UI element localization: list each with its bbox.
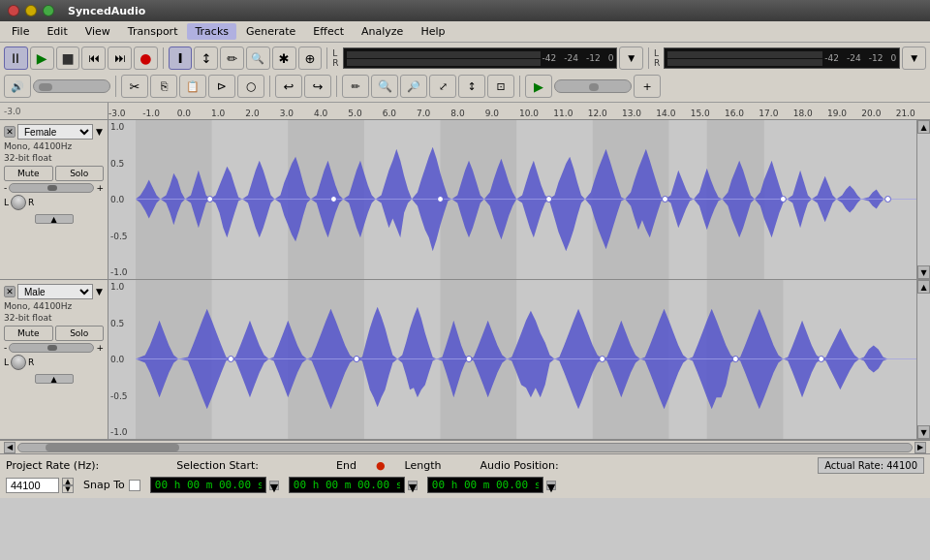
time-position-input[interactable] <box>427 477 543 493</box>
track-name-male[interactable]: Male <box>17 284 93 299</box>
redo-button[interactable]: ↪ <box>304 75 331 98</box>
menu-transport[interactable]: Transport <box>120 23 186 40</box>
rate-up[interactable]: ▲ <box>62 478 74 485</box>
menu-analyze[interactable]: Analyze <box>354 23 411 40</box>
time-position-dropdown[interactable]: ▼ <box>546 481 556 490</box>
vscroll-up-female[interactable]: ▲ <box>917 120 930 134</box>
cut-button[interactable]: ✂ <box>121 75 148 98</box>
skip-fwd-button[interactable]: ⏭ <box>108 47 132 70</box>
toolbar-area: ⏸ ▶ ■ ⏮ ⏭ ● I ↕ ✏ 🔍 ✱ ⊕ L R -42 <box>0 43 930 103</box>
mute-button-female[interactable]: Mute <box>4 166 53 181</box>
maximize-button[interactable] <box>43 5 54 16</box>
record-button[interactable]: ● <box>134 47 158 70</box>
time-end-dropdown[interactable]: ▼ <box>408 481 418 490</box>
menu-edit[interactable]: Edit <box>39 23 75 40</box>
track-controls-female: ✕ Female ▼ Mono, 44100Hz 32-bit float Mu… <box>0 120 108 279</box>
zoom-selection-button[interactable]: ⊡ <box>487 75 514 98</box>
track-close-female[interactable]: ✕ <box>4 126 16 138</box>
pan-knob-male[interactable] <box>11 355 26 370</box>
menu-effect[interactable]: Effect <box>305 23 352 40</box>
envelope-tool[interactable]: ↕ <box>194 47 218 70</box>
multi-tool[interactable]: ⊕ <box>298 47 323 70</box>
snap-checkbox[interactable] <box>129 480 140 491</box>
vscroll-down-female[interactable]: ▼ <box>917 265 930 279</box>
vu-dropdown-playback[interactable]: ▼ <box>619 47 643 70</box>
menu-help[interactable]: Help <box>413 23 452 40</box>
gain-plus-male[interactable]: + <box>96 343 104 353</box>
cursor-tool[interactable]: I <box>169 47 193 70</box>
horizontal-scrollbar[interactable]: ◀ ▶ <box>0 440 930 453</box>
track-row-male: ✕ Male ▼ Mono, 44100Hz 32-bit float Mute… <box>0 280 930 440</box>
project-rate-input[interactable]: 44100 <box>6 478 59 493</box>
playback-speed-slider[interactable] <box>554 79 632 93</box>
ruler-tick-2: 0.0 <box>177 109 191 118</box>
play-at-speed-button[interactable]: ▶ <box>525 75 552 98</box>
track-name-female[interactable]: Female <box>17 124 93 140</box>
track-menu-female[interactable]: ▼ <box>95 126 104 138</box>
ruler-tick-9: 7.0 <box>417 109 430 118</box>
fit-vertically-button[interactable]: ↕ <box>458 75 485 98</box>
silence-button[interactable]: ○ <box>237 75 264 98</box>
track-collapse-male: ▲ <box>4 374 104 384</box>
pan-knob-female[interactable] <box>11 195 26 210</box>
track-gain-female: - + <box>4 183 104 193</box>
rate-arrows: ▲ ▼ <box>62 478 74 493</box>
zoom-tool[interactable]: 🔍 <box>246 47 270 70</box>
solo-button-female[interactable]: Solo <box>55 166 105 181</box>
menu-file[interactable]: File <box>4 23 37 40</box>
mute-button-male[interactable]: Mute <box>4 326 53 341</box>
menu-tracks[interactable]: Tracks <box>187 23 236 40</box>
time-start-dropdown[interactable]: ▼ <box>269 481 279 490</box>
zoom-out-button[interactable]: 🔎 <box>400 75 427 98</box>
zoom-in-button[interactable]: 🔍 <box>371 75 398 98</box>
y-axis-female: 1.0 0.5 0.0 -0.5 -1.0 <box>108 120 136 279</box>
trim-button[interactable]: ⊳ <box>208 75 235 98</box>
hscroll-right[interactable]: ▶ <box>914 442 926 453</box>
ruler-tick-12: 10.0 <box>519 109 539 118</box>
collapse-button-male[interactable]: ▲ <box>35 374 74 384</box>
time-end-input[interactable] <box>289 477 405 493</box>
vu-bars-playback <box>347 51 541 66</box>
track-close-male[interactable]: ✕ <box>4 286 16 297</box>
vu-dropdown-record[interactable]: ▼ <box>902 47 926 70</box>
timeshift-tool[interactable]: ✱ <box>272 47 296 70</box>
draw-tool[interactable]: ✏ <box>220 47 244 70</box>
paste-button[interactable]: 📋 <box>179 75 206 98</box>
volume-slider[interactable] <box>33 79 110 93</box>
gain-minus-male[interactable]: - <box>4 343 7 353</box>
skip-back-button[interactable]: ⏮ <box>81 47 106 70</box>
close-button[interactable] <box>8 5 19 16</box>
vscroll-down-male[interactable]: ▼ <box>917 425 930 439</box>
minimize-button[interactable] <box>25 5 37 16</box>
copy-button[interactable]: ⎘ <box>150 75 177 98</box>
hscroll-thumb[interactable] <box>46 444 179 451</box>
vscroll-female[interactable]: ▲ ▼ <box>916 120 930 279</box>
undo-button[interactable]: ↩ <box>275 75 302 98</box>
collapse-button-female[interactable]: ▲ <box>35 214 74 224</box>
vu-bars-record <box>667 51 822 66</box>
draw-pencil-tool[interactable]: ✏ <box>342 75 369 98</box>
gain-slider-male[interactable] <box>9 343 94 353</box>
pause-button[interactable]: ⏸ <box>4 47 28 70</box>
gain-minus-female[interactable]: - <box>4 183 7 193</box>
gain-plus-female[interactable]: + <box>96 183 104 193</box>
vscroll-up-male[interactable]: ▲ <box>917 280 930 294</box>
ruler-tick-14: 12.0 <box>588 109 607 118</box>
speed-plus[interactable]: + <box>634 75 661 98</box>
fit-project-button[interactable]: ⤢ <box>429 75 456 98</box>
play-button[interactable]: ▶ <box>30 47 54 70</box>
menu-generate[interactable]: Generate <box>238 23 303 40</box>
tb-sep-play <box>519 76 520 97</box>
menu-view[interactable]: View <box>78 23 118 40</box>
track-menu-male[interactable]: ▼ <box>95 286 104 297</box>
stop-button[interactable]: ■ <box>56 47 80 70</box>
vu-bar-l <box>347 51 541 58</box>
hscroll-left[interactable]: ◀ <box>4 442 16 453</box>
gain-slider-female[interactable] <box>9 183 94 193</box>
y-label-0.0-male: 0.0 <box>110 355 134 364</box>
vscroll-male[interactable]: ▲ ▼ <box>916 280 930 439</box>
time-start-input[interactable] <box>150 477 266 493</box>
time-end-area: ▼ <box>289 477 418 493</box>
rate-down[interactable]: ▼ <box>62 485 74 493</box>
solo-button-male[interactable]: Solo <box>55 326 105 341</box>
